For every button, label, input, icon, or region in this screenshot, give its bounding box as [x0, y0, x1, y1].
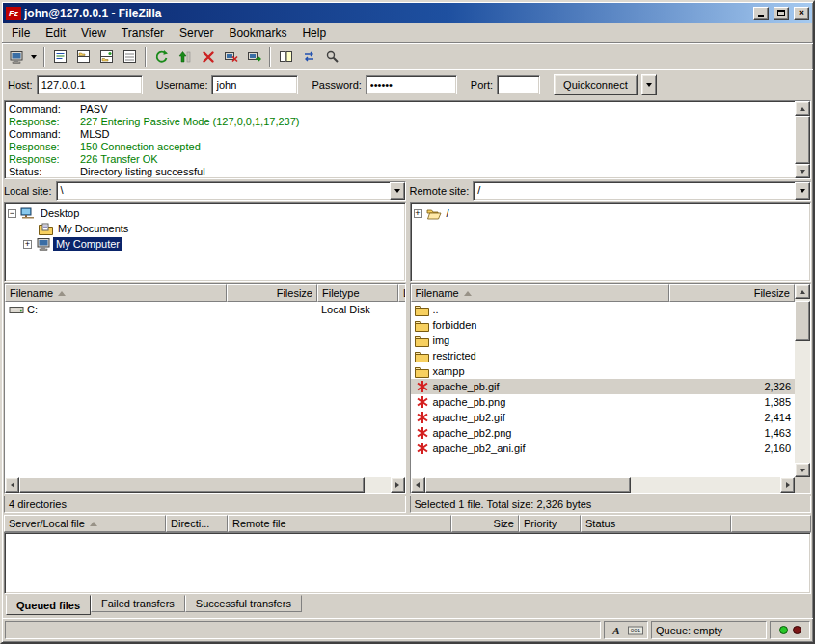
- scroll-track[interactable]: [19, 477, 391, 493]
- scroll-track[interactable]: [795, 299, 810, 463]
- site-manager-button[interactable]: [5, 46, 27, 67]
- column-header-filesize[interactable]: Filesize: [227, 284, 317, 302]
- column-header-label: Server/Local file: [9, 518, 85, 529]
- remote-file-row[interactable]: apache_pb2_ani.gif2,160: [411, 441, 796, 456]
- column-header-label: Size: [494, 518, 514, 529]
- menu-server[interactable]: Server: [172, 24, 221, 41]
- file-name-cell: C:: [5, 302, 227, 317]
- remote-file-row[interactable]: img: [411, 333, 796, 348]
- column-header-serverlocalfile[interactable]: Server/Local file: [4, 515, 166, 532]
- remote-file-row[interactable]: xampp: [411, 363, 796, 379]
- menu-file[interactable]: File: [4, 24, 38, 41]
- port-input[interactable]: [497, 75, 540, 94]
- disconnect-button[interactable]: [220, 46, 242, 67]
- scroll-up-button[interactable]: [795, 101, 810, 116]
- refresh-button[interactable]: [150, 46, 173, 67]
- remote-tree-item[interactable]: +/: [412, 205, 810, 221]
- log-vscrollbar[interactable]: [795, 101, 810, 178]
- remote-file-row[interactable]: ..: [411, 302, 796, 317]
- local-site-dropdown-button[interactable]: [390, 182, 405, 200]
- maximize-button[interactable]: [774, 7, 789, 20]
- scroll-right-button[interactable]: [391, 477, 405, 493]
- scroll-thumb[interactable]: [425, 477, 632, 493]
- expand-icon[interactable]: +: [23, 240, 32, 249]
- scroll-up-button[interactable]: [795, 284, 810, 299]
- quickconnect-button[interactable]: Quickconnect: [554, 74, 638, 95]
- column-header-l[interactable]: L: [398, 284, 405, 302]
- local-file-row[interactable]: C:Local Disk: [5, 302, 405, 317]
- host-input[interactable]: [37, 75, 143, 94]
- menu-transfer[interactable]: Transfer: [114, 24, 172, 41]
- scroll-down-button[interactable]: [795, 164, 810, 178]
- menu-bookmarks[interactable]: Bookmarks: [221, 24, 294, 41]
- remote-vscrollbar[interactable]: [795, 284, 810, 493]
- remote-list-main: FilenameFilesize ..forbiddenimgrestricte…: [411, 284, 796, 493]
- scroll-thumb[interactable]: [795, 116, 810, 164]
- local-hscrollbar[interactable]: [5, 477, 405, 493]
- close-button[interactable]: ×: [794, 7, 809, 20]
- transfer-queue-toggle-button[interactable]: [119, 46, 141, 67]
- remote-file-row[interactable]: apache_pb.png1,385: [411, 394, 796, 410]
- column-header-remotefile[interactable]: Remote file: [228, 515, 451, 532]
- directory-compare-button[interactable]: [275, 46, 297, 67]
- reconnect-button[interactable]: [243, 46, 265, 67]
- username-input[interactable]: [211, 75, 298, 94]
- column-header-filetype[interactable]: Filetype: [317, 284, 398, 302]
- remote-file-row[interactable]: apache_pb2.png1,463: [411, 425, 796, 441]
- local-tree-item[interactable]: −Desktop: [6, 205, 404, 221]
- menu-view[interactable]: View: [73, 24, 114, 41]
- synchronized-browsing-button[interactable]: [298, 46, 320, 67]
- remote-site-dropdown-button[interactable]: [795, 182, 810, 200]
- remote-site-value[interactable]: /: [474, 182, 795, 200]
- remote-file-row[interactable]: restricted: [411, 348, 796, 363]
- column-header-filename[interactable]: Filename: [411, 284, 669, 302]
- menu-help[interactable]: Help: [294, 24, 334, 41]
- log-line: Response:227 Entering Passive Mode (127,…: [9, 116, 791, 128]
- scroll-left-button[interactable]: [411, 477, 425, 493]
- tab-successful-transfers[interactable]: Successful transfers: [185, 595, 302, 612]
- remote-hscrollbar[interactable]: [411, 477, 796, 493]
- scroll-track[interactable]: [795, 116, 810, 164]
- scroll-left-button[interactable]: [5, 477, 19, 493]
- local-tree-toggle-button[interactable]: [72, 46, 95, 67]
- minimize-button[interactable]: [753, 7, 769, 20]
- scroll-thumb[interactable]: [19, 477, 365, 493]
- queue-status: Queue: empty: [651, 621, 767, 639]
- remote-file-row[interactable]: apache_pb2.gif2,414: [411, 410, 796, 425]
- column-header-size[interactable]: Size: [451, 515, 519, 532]
- site-manager-dropdown-button[interactable]: [28, 46, 40, 67]
- process-queue-button[interactable]: [174, 46, 196, 67]
- local-tree-item[interactable]: My Documents: [6, 221, 404, 236]
- message-log-toggle-button[interactable]: [49, 46, 71, 67]
- collapse-icon[interactable]: −: [8, 209, 16, 218]
- file-name: forbidden: [433, 319, 477, 331]
- tree-item-label: My Documents: [55, 222, 131, 235]
- cancel-button[interactable]: [197, 46, 219, 67]
- tab-failed-transfers[interactable]: Failed transfers: [91, 595, 185, 612]
- image-icon: [415, 441, 430, 456]
- folder-icon: [415, 348, 430, 363]
- local-site-value[interactable]: \: [57, 182, 390, 200]
- menu-edit[interactable]: Edit: [38, 24, 73, 41]
- column-header-filename[interactable]: Filename: [5, 284, 227, 302]
- queue-body[interactable]: [4, 532, 811, 594]
- remote-tree-toggle-button[interactable]: [95, 46, 118, 67]
- title-bar[interactable]: Fz john@127.0.0.1 - FileZilla ×: [3, 3, 812, 23]
- remote-file-row[interactable]: apache_pb.gif2,326: [411, 379, 796, 394]
- scroll-right-button[interactable]: [780, 477, 795, 493]
- find-files-button[interactable]: [321, 46, 343, 67]
- column-header-filesize[interactable]: Filesize: [669, 284, 796, 302]
- scroll-thumb[interactable]: [795, 301, 810, 341]
- expand-icon[interactable]: +: [414, 209, 422, 218]
- password-input[interactable]: [366, 75, 457, 94]
- remote-file-row[interactable]: forbidden: [411, 317, 796, 333]
- local-tree-item[interactable]: +My Computer: [6, 236, 404, 252]
- tab-queued-files[interactable]: Queued files: [6, 595, 91, 615]
- column-header-directi[interactable]: Directi...: [166, 515, 228, 532]
- quickconnect-dropdown-button[interactable]: [641, 74, 657, 95]
- scroll-down-button[interactable]: [795, 463, 810, 477]
- scroll-track[interactable]: [425, 477, 781, 493]
- column-header-status[interactable]: Status: [581, 515, 731, 532]
- column-header-priority[interactable]: Priority: [519, 515, 581, 532]
- file-size-cell: 1,463: [669, 425, 796, 441]
